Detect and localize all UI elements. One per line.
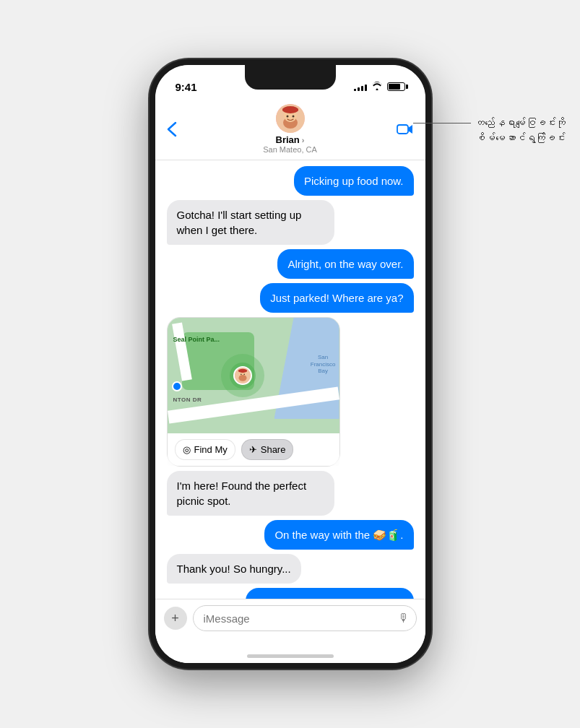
phone-notch <box>245 65 336 90</box>
map-blue-dot <box>172 381 182 391</box>
svg-rect-11 <box>238 370 247 371</box>
bubble-incoming-2: Gotcha! I'll start setting up when I get… <box>167 200 335 245</box>
video-call-button[interactable] <box>385 123 414 136</box>
message-input[interactable] <box>193 605 417 631</box>
svg-point-5 <box>286 116 288 118</box>
wifi-icon <box>371 82 383 92</box>
bubble-outgoing-7: On the way with the 🥪🧃. <box>264 520 413 550</box>
map-avatar-pin <box>233 366 252 385</box>
mic-icon[interactable]: 🎙 <box>398 612 410 625</box>
annotation: တည်နေရာမျ်ဝေခြင်းကိုစိမ်မဆောင်ရွက်ခြင်း <box>413 116 566 146</box>
status-icons <box>354 82 405 92</box>
share-icon: ✈ <box>249 444 257 455</box>
message-2: Gotcha! I'll start setting up when I get… <box>167 200 414 245</box>
contact-avatar <box>276 104 305 133</box>
bubble-outgoing-4: Just parked! Where are ya? <box>260 283 413 313</box>
signal-bar-2 <box>358 87 360 91</box>
nav-center: Brian › San Mateo, CA <box>263 104 317 154</box>
battery-icon <box>387 82 405 91</box>
phone-frame: 9:41 <box>150 59 431 669</box>
svg-rect-7 <box>397 125 408 134</box>
find-my-icon: ◎ <box>183 444 191 455</box>
message-4: Just parked! Where are ya? <box>167 283 414 313</box>
signal-bars <box>354 82 367 91</box>
map-view: Seal Point Pa... San Francisco Bay NTON … <box>168 318 339 433</box>
nav-bar: Brian › San Mateo, CA <box>155 101 425 160</box>
message-5-map: Seal Point Pa... San Francisco Bay NTON … <box>167 317 414 467</box>
bubble-outgoing-9: Me too, haha. See you shortly! 😎 <box>246 588 414 599</box>
bubble-incoming-6: I'm here! Found the perfect picnic spot. <box>167 471 335 516</box>
map-buttons: ◎ Find My ✈ Share <box>168 433 339 466</box>
contact-subtitle: San Mateo, CA <box>263 145 317 154</box>
back-button[interactable] <box>167 121 196 137</box>
message-9: Me too, haha. See you shortly! 😎 <box>167 588 414 599</box>
add-button[interactable]: + <box>164 607 187 630</box>
map-pin-outer <box>221 354 264 397</box>
share-button[interactable]: ✈ Share <box>241 439 294 460</box>
input-wrapper: 🎙 <box>193 605 417 631</box>
map-label-road: NTON DR <box>173 396 202 403</box>
signal-bar-3 <box>361 86 363 91</box>
map-label-park: Seal Point Pa... <box>173 336 220 343</box>
message-1: Picking up food now. <box>167 166 414 196</box>
scene: 9:41 <box>0 0 580 728</box>
bubble-outgoing-1: Picking up food now. <box>294 166 414 196</box>
svg-point-6 <box>292 116 294 118</box>
svg-point-14 <box>239 375 247 381</box>
svg-point-13 <box>244 374 246 376</box>
phone-wrapper: 9:41 <box>150 59 431 669</box>
svg-point-12 <box>241 374 242 376</box>
bubble-outgoing-3: Alright, on the way over. <box>277 249 413 279</box>
status-time: 9:41 <box>176 81 197 93</box>
annotation-text: တည်နေရာမျ်ဝေခြင်းကိုစိမ်မဆောင်ရွက်ခြင်း <box>475 116 566 146</box>
bubble-incoming-8: Thank you! So hungry... <box>167 554 301 584</box>
battery-fill <box>389 84 401 90</box>
message-7: On the way with the 🥪🧃. <box>167 520 414 550</box>
home-indicator <box>155 649 425 663</box>
home-bar <box>247 654 334 658</box>
find-my-button[interactable]: ◎ Find My <box>175 439 235 460</box>
name-chevron: › <box>302 136 305 144</box>
message-8: Thank you! So hungry... <box>167 554 414 584</box>
map-bubble[interactable]: Seal Point Pa... San Francisco Bay NTON … <box>167 317 340 467</box>
signal-bar-4 <box>365 84 367 91</box>
annotation-line <box>413 123 471 124</box>
svg-rect-4 <box>282 108 298 111</box>
signal-bar-1 <box>354 89 356 91</box>
map-label-water: San Francisco Bay <box>311 354 336 375</box>
input-bar: + 🎙 <box>155 599 425 649</box>
map-pin-inner <box>230 363 256 389</box>
phone-screen: 9:41 <box>155 65 425 663</box>
contact-name[interactable]: Brian › <box>276 134 305 145</box>
message-3: Alright, on the way over. <box>167 249 414 279</box>
message-6: I'm here! Found the perfect picnic spot. <box>167 471 414 516</box>
messages-area: Picking up food now. Gotcha! I'll start … <box>155 160 425 599</box>
